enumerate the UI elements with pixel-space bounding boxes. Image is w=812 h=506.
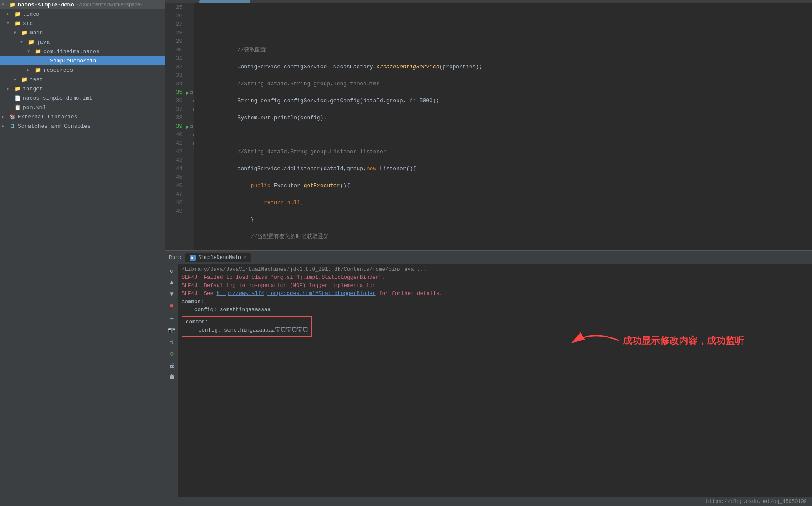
rerun-button[interactable]: ↺ — [167, 266, 176, 275]
console-line-common-2: common: — [186, 318, 308, 326]
editor-scrollbar[interactable] — [165, 0, 812, 3]
sidebar-item-pom[interactable]: 📋 pom.xml — [0, 103, 165, 112]
status-bar: https://blog.csdn.net/qq_45950109 — [165, 497, 812, 506]
console-toolbar: ↺ ▲ ▼ ■ ⇥ 📷 ⇅ ⚙ 🖨 🗑 — [165, 264, 178, 497]
console-line-common-1: common: — [182, 298, 809, 306]
console-area: ↺ ▲ ▼ ■ ⇥ 📷 ⇅ ⚙ 🖨 🗑 /Library/Java/JavaVi… — [165, 264, 812, 497]
code-line-31: System.out.println(config); — [198, 114, 809, 122]
code-line-25 — [198, 12, 809, 20]
project-folder-icon: 📁 — [8, 1, 16, 8]
sidebar-item-idea[interactable]: ▶ 📁 .idea — [0, 9, 165, 19]
settings-button[interactable]: ⚙ — [167, 349, 176, 358]
sidebar-item-java[interactable]: ▼ 📁 java — [0, 37, 165, 47]
code-text[interactable]: //获取配置 ConfigService configService= Naco… — [194, 3, 812, 250]
run-tab-SimpleDemoMain[interactable]: ▶ SimpleDemoMain × — [185, 253, 250, 262]
scroll-down-button[interactable]: ▼ — [167, 290, 176, 299]
run-tab-icon: ▶ — [190, 255, 196, 261]
code-gutter: ▶ ▶ — [186, 3, 194, 250]
sidebar-item-scratches[interactable]: ▶ 🗒 Scratches and Consoles — [0, 121, 165, 131]
print-button[interactable]: 🖨 — [167, 361, 176, 370]
folder-target-icon: 📁 — [14, 85, 21, 93]
console-line-slf4j-3: SLF4J: See http://www.slf4j.org/codes.ht… — [182, 290, 809, 298]
code-line-30: String config=configService.getConfig(da… — [198, 97, 809, 105]
console-line-config-1: config: somethingaaaaaaa — [182, 306, 809, 314]
highlighted-output: common: config: somethingaaaaaaa宝贝宝贝宝贝 — [182, 316, 312, 337]
scratches-icon: 🗒 — [8, 122, 16, 130]
arrow-target: ▶ — [7, 86, 14, 91]
project-name: nacos-simple-demo — [18, 2, 74, 8]
sidebar-label-src: src — [23, 20, 33, 27]
code-line-32 — [198, 131, 809, 139]
sidebar-label-iml: nacos-simple-demo.iml — [23, 95, 92, 101]
sidebar-item-target[interactable]: ▶ 📁 target — [0, 84, 165, 93]
scroll-up-button[interactable]: ▲ — [167, 278, 176, 287]
line-numbers: 25 26 27 28 29 30 31 32 33 34 35 36 37 3… — [165, 3, 186, 250]
run-tab-close[interactable]: × — [244, 255, 246, 260]
code-line-38: //当配置有变化的时候获取通知 — [198, 233, 809, 241]
main-layout: ▼ 📁 nacos-simple-demo ~/Documents/worker… — [0, 0, 812, 506]
sidebar-label-main: main — [30, 30, 43, 36]
folder-idea-icon: 📁 — [14, 10, 21, 18]
code-line-33: //String dataId,Strng group,Listener lis… — [198, 148, 809, 156]
sidebar-item-com[interactable]: ▼ 📁 com.itheima.nacos — [0, 47, 165, 56]
code-line-28: ConfigService configService= NacosFactor… — [198, 63, 809, 71]
sort-button[interactable]: ⇅ — [167, 337, 176, 346]
folder-main-icon: 📁 — [20, 29, 28, 37]
sidebar-item-main[interactable]: ▼ 📁 main — [0, 28, 165, 37]
run-tab-label: SimpleDemoMain — [198, 255, 241, 261]
status-url: https://blog.csdn.net/qq_45950109 — [706, 499, 807, 505]
project-root[interactable]: ▼ 📁 nacos-simple-demo ~/Documents/worker… — [0, 0, 165, 9]
folder-resources-icon: 📁 — [34, 66, 42, 74]
run-panel: Run: ▶ SimpleDemoMain × ↺ ▲ ▼ ■ ⇥ 📷 ⇅ — [165, 250, 812, 497]
editor-column: 25 26 27 28 29 30 31 32 33 34 35 36 37 3… — [165, 0, 812, 506]
code-line-27: //获取配置 — [198, 46, 809, 54]
slf4j-link[interactable]: http://www.slf4j.org/codes.html#StaticLo… — [217, 291, 376, 297]
camera-button[interactable]: 📷 — [167, 325, 176, 335]
project-sidebar: ▼ 📁 nacos-simple-demo ~/Documents/worker… — [0, 0, 165, 506]
redirect-button[interactable]: ⇥ — [167, 313, 176, 323]
code-line-37: } — [198, 216, 809, 224]
console-line-config-2: config: somethingaaaaaaa宝贝宝贝宝贝 — [186, 326, 308, 335]
sidebar-label-test: test — [30, 76, 43, 83]
code-line-29: //String dataid,String group,long timeou… — [198, 80, 809, 88]
arrow-com: ▼ — [27, 49, 34, 54]
scrollbar-thumb[interactable] — [199, 0, 250, 3]
sidebar-label-SimpleDemoMain: SimpleDemoMain — [50, 58, 96, 64]
run-label: Run: — [169, 254, 182, 261]
sidebar-label-resources: resources — [43, 67, 73, 73]
folder-com-icon: 📁 — [34, 48, 42, 55]
sidebar-label-java: java — [36, 39, 50, 45]
sidebar-item-iml[interactable]: 📄 nacos-simple-demo.iml — [0, 93, 165, 103]
sidebar-item-resources[interactable]: ▶ 📁 resources — [0, 65, 165, 75]
pom-file-icon: 📋 — [14, 104, 21, 111]
extlib-icon: 📚 — [8, 113, 16, 121]
console-line-slf4j-2: SLF4J: Defaulting to no-operation (NOP) … — [182, 282, 809, 290]
delete-button[interactable]: 🗑 — [167, 373, 176, 382]
sidebar-label-extlib: External Libraries — [18, 114, 77, 120]
sidebar-item-test[interactable]: ▶ 📁 test — [0, 75, 165, 84]
code-editor: 25 26 27 28 29 30 31 32 33 34 35 36 37 3… — [165, 3, 812, 250]
java-file-icon: ☕ — [41, 57, 48, 65]
collapse-arrow: ▼ — [2, 3, 8, 7]
sidebar-label-pom: pom.xml — [23, 104, 46, 111]
console-line-slf4j-1: SLF4J: Failed to load class "org.slf4j.i… — [182, 274, 809, 282]
iml-file-icon: 📄 — [14, 94, 21, 102]
arrow-resources: ▶ — [27, 67, 34, 73]
folder-test-icon: 📁 — [20, 76, 28, 83]
arrow-src: ▼ — [7, 21, 14, 26]
run-tab-bar: Run: ▶ SimpleDemoMain × — [165, 251, 812, 264]
console-output[interactable]: /Library/Java/JavaVirtualMachines/jdk1.8… — [178, 264, 812, 497]
arrow-test: ▶ — [14, 77, 20, 82]
code-line-36: return null; — [198, 199, 809, 207]
sidebar-label-target: target — [23, 86, 43, 92]
editor-scroll[interactable]: 25 26 27 28 29 30 31 32 33 34 35 36 37 3… — [165, 3, 812, 250]
annotation-container: 成功显示修改内容，成功监听 — [568, 326, 744, 355]
stop-button[interactable]: ■ — [167, 301, 176, 311]
annotation-arrow-svg — [568, 326, 623, 355]
sidebar-item-src[interactable]: ▼ 📁 src — [0, 19, 165, 28]
sidebar-label-idea: .idea — [23, 11, 39, 17]
sidebar-item-SimpleDemoMain[interactable]: ☕ SimpleDemoMain — [0, 56, 165, 65]
arrow-scratches: ▶ — [2, 124, 8, 129]
sidebar-item-extlib[interactable]: ▶ 📚 External Libraries — [0, 112, 165, 121]
arrow-idea: ▶ — [7, 11, 14, 17]
